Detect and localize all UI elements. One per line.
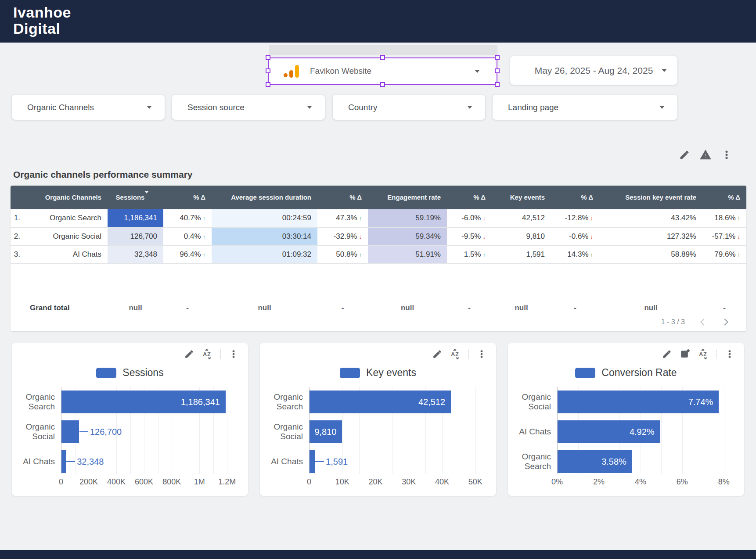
edit-pencil-icon[interactable] <box>184 348 195 360</box>
table-row: 2.Organic Social126,7000.4%↑03:30:14-32.… <box>11 227 746 245</box>
key-events-bar-chart-card: A Z Key events 42,5129,8101,591 010K20K3… <box>260 343 496 496</box>
table-toolbar <box>679 149 732 161</box>
filter-landing-page[interactable]: Landing page <box>493 95 677 120</box>
warning-icon[interactable] <box>700 149 711 161</box>
grand-total-cell: null <box>368 301 447 315</box>
edit-pencil-icon[interactable] <box>661 348 673 360</box>
column-header[interactable]: Engagement rate <box>368 186 447 209</box>
sort-az-icon[interactable]: A Z <box>698 348 709 360</box>
metric-cell: 59.19% <box>368 209 447 227</box>
svg-text:Z: Z <box>455 351 459 358</box>
axis-tick-label: 8% <box>718 477 730 487</box>
bar[interactable] <box>61 420 79 443</box>
metric-cell: 1.5%↑ <box>447 245 492 263</box>
pagination-range: 1 - 3 / 3 <box>661 318 685 326</box>
axis-tick-label: 4% <box>635 477 646 487</box>
metric-cell: 42,512 <box>492 209 551 227</box>
legend-label: Conversion Rate <box>601 367 677 379</box>
filter-country[interactable]: Country <box>333 95 485 120</box>
arrow-down-icon: ↓ <box>590 233 594 240</box>
more-options-icon[interactable] <box>476 348 487 360</box>
grand-total-cell: - <box>551 301 599 315</box>
metric-cell: 59.34% <box>368 227 447 245</box>
selection-handle[interactable] <box>495 55 500 60</box>
metric-cell: 0.4%↑ <box>163 227 212 245</box>
grand-total-cell: null <box>108 301 163 315</box>
selection-handle[interactable] <box>266 55 270 60</box>
arrow-up-icon: ↑ <box>738 251 741 258</box>
svg-text:A: A <box>451 351 455 358</box>
chevron-down-icon <box>147 106 151 109</box>
column-header[interactable]: Average session duration <box>212 186 317 209</box>
previous-page-icon[interactable] <box>698 317 708 327</box>
more-options-icon[interactable] <box>228 348 239 360</box>
more-options-icon[interactable] <box>721 149 732 161</box>
more-options-icon[interactable] <box>724 348 735 360</box>
column-header[interactable]: Session key event rate <box>599 186 702 209</box>
filter-organic-channels[interactable]: Organic Channels <box>12 95 165 120</box>
axis-tick-label: 200K <box>79 477 98 487</box>
column-header[interactable]: Sessions <box>108 186 163 209</box>
selection-handle[interactable] <box>495 82 500 87</box>
data-source-control[interactable]: Favikon Website <box>268 57 497 85</box>
date-range-control[interactable]: May 26, 2025 - Aug 24, 2025 <box>510 56 677 85</box>
column-header[interactable]: % Δ <box>447 186 492 209</box>
column-header[interactable]: % Δ <box>551 186 599 209</box>
bar-value-label: 3.58% <box>601 450 626 473</box>
grand-total-cell: - <box>317 301 368 315</box>
selection-handle[interactable] <box>495 68 500 73</box>
category-label: Organic Search <box>12 391 56 413</box>
selection-handle[interactable] <box>380 82 385 87</box>
sort-az-icon[interactable]: A Z <box>450 348 461 360</box>
selection-handle[interactable] <box>266 82 270 87</box>
gridline <box>227 387 227 474</box>
metric-cell: 03:30:14 <box>212 227 317 245</box>
next-page-icon[interactable] <box>721 317 731 327</box>
grand-total-cell: - <box>702 301 746 315</box>
arrow-up-icon: ↑ <box>590 251 594 258</box>
bar[interactable] <box>310 450 315 473</box>
axis-tick-label: 0% <box>551 477 563 487</box>
chart-settings-icon[interactable] <box>680 348 691 360</box>
category-label: Organic Social <box>260 420 304 443</box>
metric-cell: -0.6%↓ <box>551 227 599 245</box>
chart-legend: Key events <box>260 367 496 379</box>
grand-total-cell: - <box>447 301 492 315</box>
sort-az-icon[interactable]: A Z <box>202 348 213 360</box>
date-range-label: May 26, 2025 - Aug 24, 2025 <box>535 65 653 76</box>
bar-value-label: 7.74% <box>688 391 713 413</box>
data-source-label: Favikon Website <box>310 66 371 76</box>
arrow-down-icon: ↓ <box>483 215 486 222</box>
edit-pencil-icon[interactable] <box>679 149 690 161</box>
filter-label: Country <box>348 103 378 112</box>
svg-text:Z: Z <box>703 351 707 358</box>
bar-value-label: 32,348 <box>77 450 104 473</box>
svg-text:A: A <box>699 351 703 358</box>
filter-session-source[interactable]: Session source <box>172 95 325 120</box>
metric-cell: 79.6%↑ <box>702 245 746 263</box>
edit-pencil-icon[interactable] <box>432 348 443 360</box>
axis-tick-label: 30K <box>402 477 416 487</box>
bar[interactable] <box>61 450 66 473</box>
table-row: 3.AI Chats32,34896.4%↑01:09:3250.8%↑51.9… <box>11 245 746 263</box>
row-number: 2. <box>11 227 26 245</box>
selection-handle[interactable] <box>380 55 385 60</box>
column-header[interactable]: % Δ <box>163 186 212 209</box>
dashboard-page: Ivanhoe Digital Favikon Website May 26, … <box>0 0 756 559</box>
metric-cell: 01:09:32 <box>212 245 317 263</box>
column-header[interactable]: % Δ <box>317 186 368 209</box>
selection-handle[interactable] <box>266 68 270 73</box>
column-header[interactable]: Key events <box>492 186 551 209</box>
chevron-down-icon[interactable] <box>475 70 480 73</box>
column-header[interactable]: Organic Channels <box>11 186 108 209</box>
google-analytics-icon <box>284 64 299 78</box>
metric-cell: -9.5%↓ <box>447 227 492 245</box>
category-label: AI Chats <box>260 450 304 473</box>
plot-area: 7.74%4.92%3.58% <box>557 387 730 474</box>
column-header[interactable]: % Δ <box>702 186 746 209</box>
value-callout-line <box>79 431 88 432</box>
category-label: Organic Social <box>508 391 552 413</box>
category-label: AI Chats <box>508 420 552 443</box>
table-title: Organic channels performance summary <box>13 169 193 180</box>
chevron-down-icon[interactable] <box>662 69 667 72</box>
